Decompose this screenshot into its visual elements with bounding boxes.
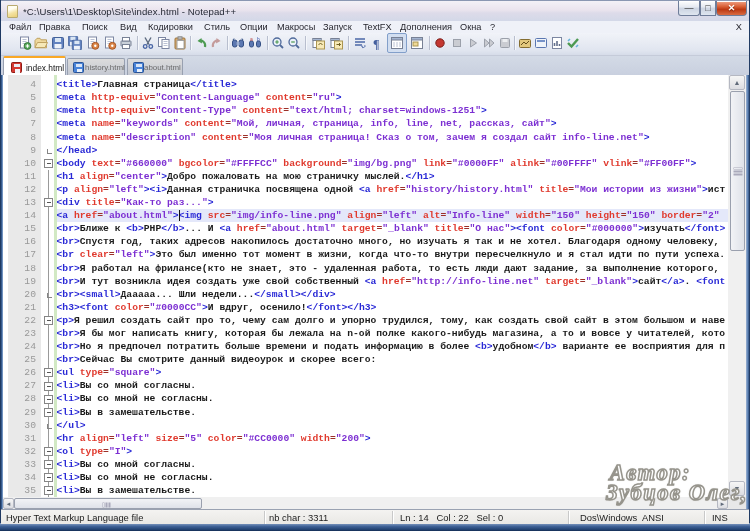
svg-text:¶: ¶: [373, 37, 379, 51]
svg-text:a: a: [250, 36, 253, 42]
svg-text:b: b: [257, 36, 260, 42]
